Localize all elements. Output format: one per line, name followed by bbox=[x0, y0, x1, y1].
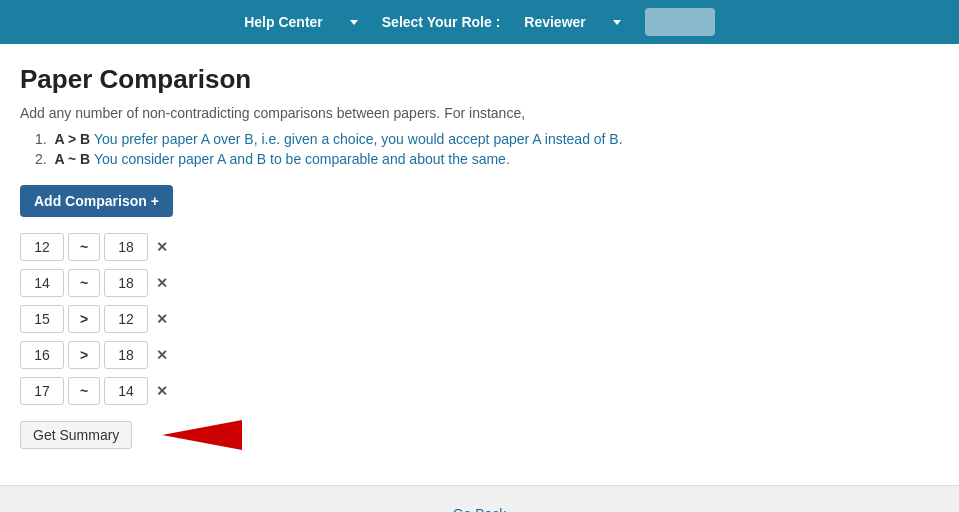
comparison-4-remove[interactable]: ✕ bbox=[156, 347, 168, 363]
comparison-2-operator[interactable]: ~ bbox=[68, 269, 100, 297]
comparison-3-left[interactable] bbox=[20, 305, 64, 333]
comparison-4-right[interactable] bbox=[104, 341, 148, 369]
page-title: Paper Comparison bbox=[20, 64, 939, 95]
comparison-3-remove[interactable]: ✕ bbox=[156, 311, 168, 327]
comparison-3-right[interactable] bbox=[104, 305, 148, 333]
select-role-label: Select Your Role : bbox=[382, 14, 501, 30]
help-center-caret bbox=[350, 20, 358, 25]
main-content: Paper Comparison Add any number of non-c… bbox=[0, 44, 959, 455]
instruction-item-2: 2. A ~ B You consider paper A and B to b… bbox=[35, 151, 939, 167]
comparison-1-right[interactable] bbox=[104, 233, 148, 261]
comparison-row-5: ~ ✕ bbox=[20, 377, 939, 405]
comparison-1-operator[interactable]: ~ bbox=[68, 233, 100, 261]
page-description: Add any number of non-contradicting comp… bbox=[20, 105, 939, 121]
comparison-3-operator[interactable]: > bbox=[68, 305, 100, 333]
arrow-indicator bbox=[142, 415, 242, 455]
comparisons-list: ~ ✕ ~ ✕ > ✕ > ✕ ~ ✕ bbox=[20, 233, 939, 405]
comparison-5-remove[interactable]: ✕ bbox=[156, 383, 168, 399]
comparison-5-right[interactable] bbox=[104, 377, 148, 405]
app-header: Help Center Select Your Role : Reviewer bbox=[0, 0, 959, 44]
comparison-2-left[interactable] bbox=[20, 269, 64, 297]
get-summary-wrapper: Get Summary bbox=[20, 415, 939, 455]
comparison-row-4: > ✕ bbox=[20, 341, 939, 369]
user-avatar bbox=[645, 8, 715, 36]
comparison-row-3: > ✕ bbox=[20, 305, 939, 333]
comparison-row-2: ~ ✕ bbox=[20, 269, 939, 297]
instruction-item-1: 1. A > B You prefer paper A over B, i.e.… bbox=[35, 131, 939, 147]
instructions-list: 1. A > B You prefer paper A over B, i.e.… bbox=[20, 131, 939, 167]
comparison-4-left[interactable] bbox=[20, 341, 64, 369]
footer: Go Back bbox=[0, 485, 959, 512]
comparison-2-remove[interactable]: ✕ bbox=[156, 275, 168, 291]
role-dropdown-caret bbox=[613, 20, 621, 25]
help-center-link[interactable]: Help Center bbox=[244, 14, 323, 30]
get-summary-button[interactable]: Get Summary bbox=[20, 421, 132, 449]
go-back-link[interactable]: Go Back bbox=[453, 506, 507, 512]
comparison-row-1: ~ ✕ bbox=[20, 233, 939, 261]
comparison-1-remove[interactable]: ✕ bbox=[156, 239, 168, 255]
role-dropdown[interactable]: Reviewer bbox=[524, 14, 585, 30]
add-comparison-button[interactable]: Add Comparison + bbox=[20, 185, 173, 217]
comparison-5-left[interactable] bbox=[20, 377, 64, 405]
comparison-2-right[interactable] bbox=[104, 269, 148, 297]
svg-marker-0 bbox=[162, 420, 242, 450]
comparison-5-operator[interactable]: ~ bbox=[68, 377, 100, 405]
comparison-1-left[interactable] bbox=[20, 233, 64, 261]
comparison-4-operator[interactable]: > bbox=[68, 341, 100, 369]
